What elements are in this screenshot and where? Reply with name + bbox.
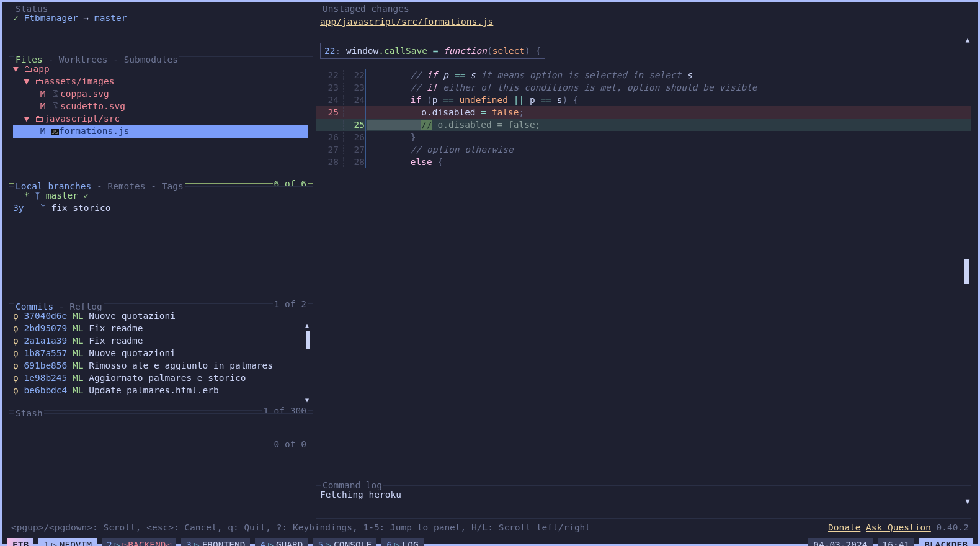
cmdlog-title: Command log [321, 479, 383, 491]
tmux-tab[interactable]: 2 ▷ ▷BACKEND◁ [102, 538, 176, 546]
donate-link[interactable]: Donate [828, 522, 860, 532]
diff-focus-line: 22: window.callSave = function(select) { [320, 43, 545, 59]
tree-folder[interactable]: ▼ 🗀javascript/src [13, 112, 309, 125]
tab-remotes[interactable]: Remotes [107, 181, 145, 191]
branch-item[interactable]: 3y ᛘ fix_storico [13, 202, 309, 214]
branches-panel[interactable]: Local branches - Remotes - Tags * ᛘ mast… [9, 186, 313, 304]
ask-question-link[interactable]: Ask Question [866, 522, 931, 532]
tab-files[interactable]: Files [16, 55, 43, 65]
scroll-up-icon[interactable]: ▲ [305, 320, 309, 332]
tab-reflog[interactable]: Reflog [69, 302, 102, 311]
tmux-tab[interactable]: 5 ▷ CONSOLE [313, 538, 377, 546]
commit-item[interactable]: ϙ 691be856 ML Rimosso ale e aggiunto in … [13, 359, 309, 372]
commits-panel[interactable]: Commits - Reflog ϙ 37040d6e ML Nuove quo… [9, 307, 313, 411]
commits-tabs: Commits - Reflog [14, 300, 104, 313]
commit-item[interactable]: ϙ 1e98b245 ML Aggiornato palmares e stor… [13, 372, 309, 384]
diff-line[interactable]: 23┊23 // if either of this conditions is… [316, 81, 971, 94]
status-panel[interactable]: Status ✓ Ftbmanager → master [9, 9, 313, 57]
status-time: 16:41 [878, 538, 915, 546]
diff-line[interactable]: 26┊26 } [316, 131, 971, 143]
diff-line[interactable]: ┊25 // o.disabled = false; [316, 119, 971, 131]
tree-file[interactable]: M 🖻coppa.svg [13, 87, 309, 100]
diff-panel[interactable]: Unstaged changes app/javascript/src/form… [316, 9, 971, 521]
status-date: 04-03-2024 [808, 538, 872, 546]
diff-title: Unstaged changes [321, 2, 411, 15]
tmux-tab[interactable]: 4 ▷ GUARD [255, 538, 308, 546]
tmux-tab[interactable]: 6 ▷ LOG [381, 538, 424, 546]
tmux-statusbar: FTB 1 ▷ NEOVIM2 ▷ ▷BACKEND◁3 ▷ FRONTEND4… [7, 537, 973, 546]
tree-file-selected[interactable]: M JSformations.js [13, 125, 308, 138]
tree-folder[interactable]: ▼ 🗀assets/images [13, 75, 309, 87]
help-bar: <pgup>/<pgdown>: Scroll, <esc>: Cancel, … [7, 520, 973, 534]
files-tabs: Files - Worktrees - Submodules [14, 53, 179, 66]
tab-submodules[interactable]: Submodules [124, 55, 178, 65]
tab-worktrees[interactable]: Worktrees [59, 55, 108, 65]
version: 0.40.2 [937, 522, 969, 532]
tmux-tab[interactable]: 1 ▷ NEOVIM [38, 538, 97, 546]
scroll-thumb[interactable] [306, 331, 310, 349]
diff-line[interactable]: 24┊24 if (p == undefined || p == s) { [316, 94, 971, 106]
tmux-tab[interactable]: 3 ▷ FRONTEND [181, 538, 250, 546]
diff-line[interactable]: 28┊28 else { [316, 156, 971, 168]
tab-tags[interactable]: Tags [162, 181, 184, 191]
stash-panel[interactable]: Stash 0 of 0 [9, 413, 313, 444]
scroll-up-icon[interactable]: ▲ [964, 34, 971, 47]
commits-scrollbar[interactable]: ▲ ▼ [305, 320, 311, 406]
stash-title: Stash [14, 407, 44, 419]
branches-tabs: Local branches - Remotes - Tags [14, 180, 185, 192]
commit-item[interactable]: ϙ 2bd95079 ML Fix readme [13, 322, 309, 334]
command-log-panel[interactable]: Command log Fetching heroku [316, 485, 971, 519]
diff-line[interactable]: 27┊27 // option otherwise [316, 143, 971, 156]
status-branch: master [94, 13, 127, 23]
diff-file-path[interactable]: app/javascript/src/formations.js [316, 12, 971, 43]
arrow-icon: → [84, 13, 89, 23]
status-host: BLACKDEB [919, 538, 973, 546]
files-panel[interactable]: Files - Worktrees - Submodules ▼ 🗀app ▼ … [9, 60, 313, 184]
project-badge: FTB [7, 538, 33, 546]
commit-item[interactable]: ϙ be6bbdc4 ML Update palmares.html.erb [13, 384, 309, 396]
stash-counter: 0 of 0 [273, 438, 308, 450]
tab-commits[interactable]: Commits [16, 302, 53, 311]
tab-local-branches[interactable]: Local branches [16, 181, 91, 191]
diff-scrollbar[interactable]: ▲ ▼ [964, 34, 971, 508]
status-title: Status [14, 2, 49, 15]
keybind-hints: <pgup>/<pgdown>: Scroll, <esc>: Cancel, … [11, 521, 590, 534]
diff-line[interactable]: 22┊22 // if p == s it means option is se… [316, 69, 971, 81]
diff-line[interactable]: 25┊ o.disabled = false; [316, 106, 971, 119]
commit-item[interactable]: ϙ 2a1a1a39 ML Fix readme [13, 334, 309, 347]
scroll-thumb[interactable] [964, 259, 969, 284]
commit-item[interactable]: ϙ 1b87a557 ML Nuove quotazioni [13, 347, 309, 359]
tree-file[interactable]: M 🖻scudetto.svg [13, 100, 309, 112]
